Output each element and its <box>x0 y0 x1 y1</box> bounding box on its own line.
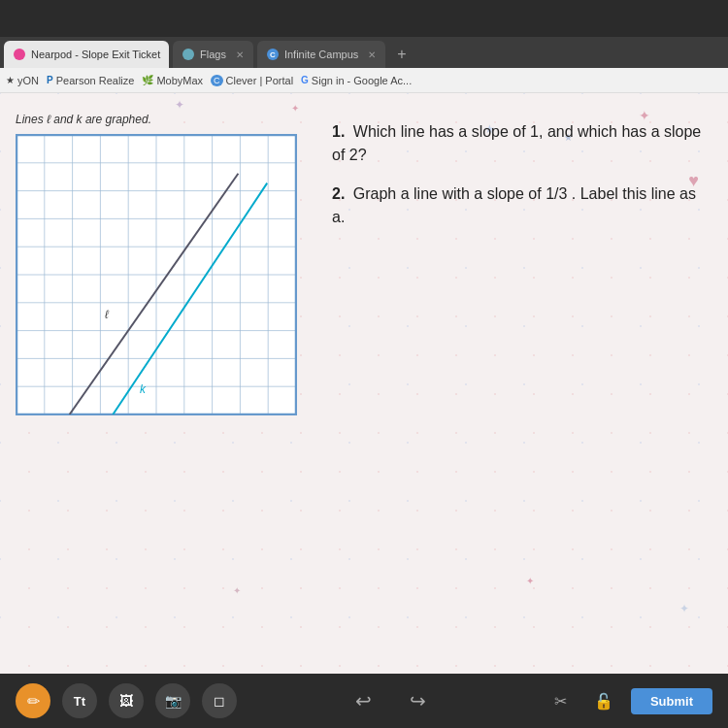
question-1: 1. Which line has a slope of 1, and whic… <box>332 120 712 167</box>
q2-text: Graph a line with a slope of 1/3 . Label… <box>332 185 696 225</box>
question-2: 2. Graph a line with a slope of 1/3 . La… <box>332 182 712 229</box>
camera-icon: 📷 <box>165 693 182 709</box>
worksheet-area: Lines ℓ and k are graphed. <box>0 93 728 674</box>
line-l <box>70 174 239 414</box>
lock-button[interactable]: 🔓 <box>588 685 619 716</box>
forward-icon: ↪ <box>410 689 426 712</box>
lines-label-text: Lines ℓ and k are graphed. <box>16 113 151 126</box>
bookmark-mobymax-label: MobyMax <box>156 75 203 86</box>
toolbar-center: ↩ ↪ <box>348 685 434 716</box>
eraser-tool-button[interactable]: ◻ <box>202 683 237 718</box>
bookmark-clever[interactable]: C Clever | Portal <box>211 75 293 86</box>
clever-icon: C <box>211 75 223 86</box>
flags-favicon <box>182 49 194 60</box>
pencil-icon: ✏ <box>27 692 40 711</box>
tab-infinite-campus[interactable]: C Infinite Campus ✕ <box>257 41 385 68</box>
tab-nearpod-label: Nearpod - Slope Exit Ticket <box>31 49 160 60</box>
nearpod-favicon <box>14 49 25 60</box>
label-k: k <box>140 382 147 396</box>
eraser-icon: ◻ <box>214 693 225 709</box>
left-section: Lines ℓ and k are graphed. <box>16 113 316 664</box>
bottom-toolbar: ✏ Tt 🖼 📷 ◻ ↩ ↪ ✂ 🔓 <box>0 674 728 728</box>
lines-label: Lines ℓ and k are graphed. <box>16 113 316 126</box>
tab-ic-close[interactable]: ✕ <box>368 50 376 60</box>
pencil-tool-button[interactable]: ✏ <box>16 683 50 718</box>
bookmark-google-label: Sign in - Google Ac... <box>312 75 412 86</box>
bookmark-mobymax[interactable]: 🌿 MobyMax <box>142 75 203 86</box>
bookmarks-bar: ★ yON P Pearson Realize 🌿 MobyMax C Clev… <box>0 68 728 93</box>
bookmark-yon[interactable]: ★ yON <box>6 75 39 86</box>
forward-button[interactable]: ↪ <box>403 685 434 716</box>
mobymax-icon: 🌿 <box>142 75 153 85</box>
bookmark-google[interactable]: G Sign in - Google Ac... <box>301 75 412 86</box>
tab-flags-close[interactable]: ✕ <box>236 50 244 60</box>
image-tool-button[interactable]: 🖼 <box>109 683 144 718</box>
lock-icon: 🔓 <box>594 692 613 711</box>
bookmark-yon-label: yON <box>17 75 39 86</box>
q2-number: 2. <box>332 185 345 202</box>
q1-number: 1. <box>332 123 345 140</box>
yon-icon: ★ <box>6 75 15 85</box>
toolbar-left: ✏ Tt 🖼 📷 ◻ <box>16 683 237 718</box>
back-icon: ↩ <box>355 689 372 712</box>
new-tab-icon: + <box>397 46 406 63</box>
label-l: ℓ <box>104 308 109 321</box>
ic-favicon: C <box>267 49 279 60</box>
google-icon: G <box>301 75 309 85</box>
q1-text: Which line has a slope of 1, and which h… <box>332 123 701 163</box>
bookmark-pearson[interactable]: P Pearson Realize <box>47 75 134 86</box>
tab-flags-label: Flags <box>200 49 226 60</box>
cut-button[interactable]: ✂ <box>546 685 577 716</box>
bookmark-pearson-label: Pearson Realize <box>56 75 135 86</box>
tab-flags[interactable]: Flags ✕ <box>173 41 253 68</box>
submit-button[interactable]: Submit <box>631 688 712 714</box>
cut-icon: ✂ <box>554 692 567 711</box>
right-section: 1. Which line has a slope of 1, and whic… <box>332 113 712 664</box>
graph-grid-svg: ℓ k <box>17 135 296 414</box>
text-tool-button[interactable]: Tt <box>62 683 97 718</box>
new-tab-button[interactable]: + <box>389 41 414 68</box>
submit-label: Submit <box>650 694 693 709</box>
line-k <box>113 183 267 414</box>
top-bar <box>0 0 728 37</box>
pearson-icon: P <box>47 75 53 85</box>
back-button[interactable]: ↩ <box>348 685 380 716</box>
tabs-bar: Nearpod - Slope Exit Ticket ✕ Flags ✕ C … <box>0 37 728 68</box>
graph-container[interactable]: ℓ k <box>16 134 297 415</box>
tab-ic-label: Infinite Campus <box>284 49 358 60</box>
main-content: ✦ ✦ ★ ✦ ✦ ✦ ♥ ♥ ★ ✦ Lines ℓ and k are gr… <box>0 93 728 674</box>
toolbar-right: ✂ 🔓 Submit <box>546 685 712 716</box>
tab-nearpod[interactable]: Nearpod - Slope Exit Ticket ✕ <box>4 41 169 68</box>
text-icon: Tt <box>74 694 85 709</box>
image-icon: 🖼 <box>119 693 133 709</box>
camera-tool-button[interactable]: 📷 <box>155 683 190 718</box>
bookmark-clever-label: Clever | Portal <box>226 75 294 86</box>
